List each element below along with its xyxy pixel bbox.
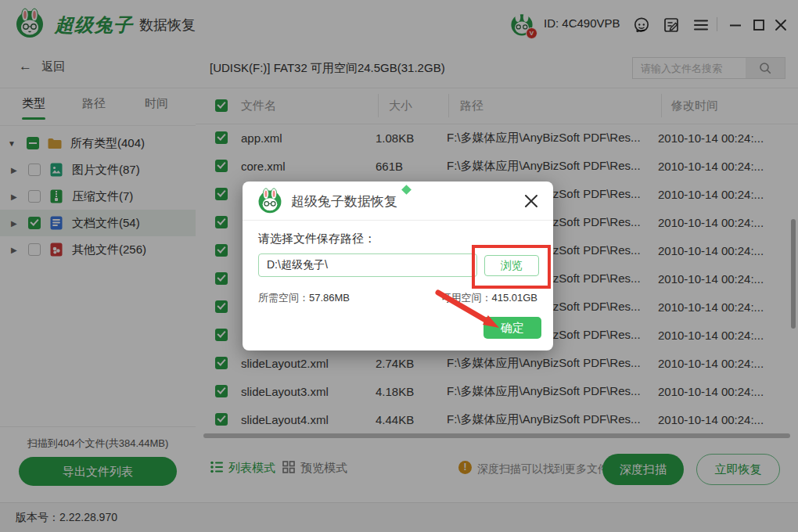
dialog-title: 超级兔子数据恢复 (291, 192, 397, 210)
save-path-label: 请选择文件保存路径： (258, 232, 376, 246)
dialog-header: 超级兔子数据恢复 (243, 182, 553, 221)
required-space-label: 所需空间： (258, 292, 309, 304)
app-window: 超级兔子 数据恢复 V ID: 4C490VPB (0, 0, 798, 532)
save-path-input[interactable] (258, 253, 477, 277)
app-logo-icon (257, 188, 283, 214)
annotation-arrow (422, 280, 509, 336)
title-diamond-decoration (401, 185, 412, 195)
dialog-close-icon[interactable] (522, 192, 541, 210)
required-space-value: 57.86MB (309, 292, 350, 304)
